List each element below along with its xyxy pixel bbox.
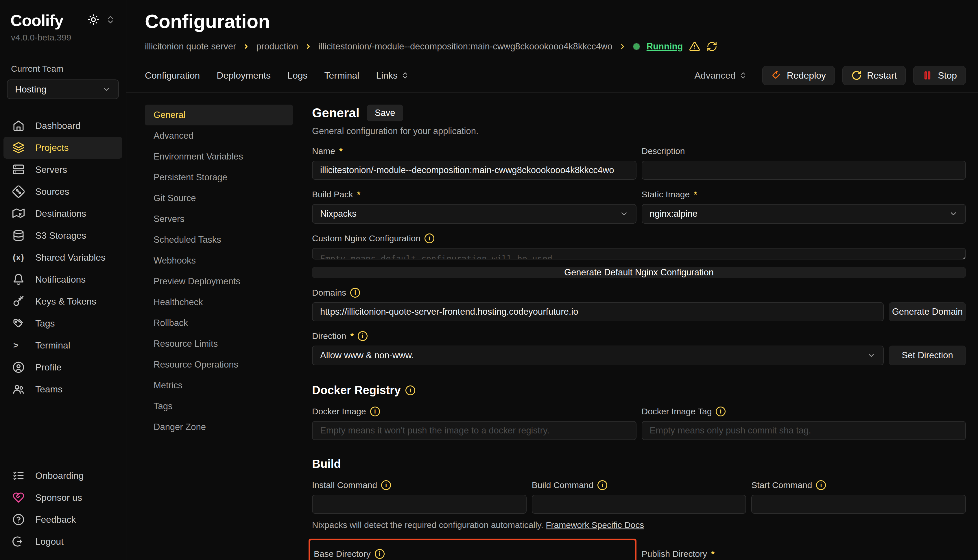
install-command-input[interactable] — [312, 495, 527, 514]
sidebar-item-sponsor-us[interactable]: Sponsor us — [3, 487, 122, 508]
tab-deployments[interactable]: Deployments — [217, 70, 271, 81]
info-icon[interactable] — [425, 233, 434, 243]
restart-button[interactable]: Restart — [843, 66, 906, 85]
section-nav-preview-deployments[interactable]: Preview Deployments — [145, 271, 293, 292]
sidebar-item-destinations[interactable]: Destinations — [3, 203, 122, 225]
generate-nginx-config-button[interactable]: Generate Default Nginx Configuration — [312, 267, 966, 278]
terminal-icon: >_ — [12, 340, 25, 350]
section-nav-environment-variables[interactable]: Environment Variables — [145, 146, 293, 167]
info-icon[interactable] — [716, 407, 726, 417]
sidebar-item-label: Teams — [35, 384, 62, 395]
info-icon[interactable] — [375, 549, 385, 559]
tab-logs[interactable]: Logs — [288, 70, 308, 81]
build-command-input[interactable] — [532, 495, 746, 514]
sidebar-nav: Dashboard Projects Servers Sources Desti… — [0, 115, 126, 400]
warning-icon[interactable] — [689, 41, 700, 52]
section-nav-servers[interactable]: Servers — [145, 208, 293, 230]
breadcrumb-resource[interactable]: illicitestonion/-module--decomposition:m… — [318, 41, 612, 52]
section-nav-persistent-storage[interactable]: Persistent Storage — [145, 167, 293, 188]
base-directory-label: Base Directory — [314, 549, 632, 559]
sidebar-item-keys-tokens[interactable]: Keys & Tokens — [3, 290, 122, 312]
info-icon[interactable] — [816, 480, 826, 490]
info-icon[interactable] — [370, 407, 380, 417]
advanced-dropdown[interactable]: Advanced — [695, 70, 747, 81]
publish-directory-label: Publish Directory* — [642, 549, 966, 559]
info-icon[interactable] — [381, 480, 391, 490]
sidebar-item-projects[interactable]: Projects — [3, 137, 122, 158]
sidebar-item-servers[interactable]: Servers — [3, 158, 122, 181]
chevron-right-icon — [242, 43, 250, 50]
set-direction-button[interactable]: Set Direction — [889, 346, 966, 365]
sidebar-item-teams[interactable]: Teams — [3, 378, 122, 400]
section-nav-general[interactable]: General — [145, 105, 293, 125]
save-button[interactable]: Save — [367, 105, 403, 122]
breadcrumb-project[interactable]: illicitonion quote server — [145, 41, 236, 52]
build-pack-select[interactable]: Nixpacks — [312, 204, 637, 223]
sidebar-item-tags[interactable]: Tags — [3, 312, 122, 334]
team-select[interactable]: Hosting — [7, 80, 119, 99]
status-dot — [633, 43, 640, 50]
sidebar-item-sources[interactable]: Sources — [3, 181, 122, 203]
section-nav-resource-limits[interactable]: Resource Limits — [145, 333, 293, 354]
sidebar-item-profile[interactable]: Profile — [3, 356, 122, 378]
section-nav-git-source[interactable]: Git Source — [145, 188, 293, 208]
section-nav-danger-zone[interactable]: Danger Zone — [145, 417, 293, 437]
domains-input[interactable] — [312, 302, 884, 321]
direction-select[interactable]: Allow www & non-www. — [312, 346, 884, 365]
info-icon[interactable] — [405, 385, 415, 395]
variables-icon: (x) — [12, 253, 25, 262]
restart-label: Restart — [867, 70, 897, 81]
info-icon[interactable] — [358, 331, 368, 341]
redeploy-button[interactable]: Redeploy — [762, 66, 835, 85]
build-pack-label: Build Pack* — [312, 190, 637, 199]
docker-image-tag-input[interactable] — [642, 421, 966, 440]
sidebar-item-notifications[interactable]: Notifications — [3, 268, 122, 290]
description-input[interactable] — [642, 161, 966, 180]
name-input[interactable] — [312, 161, 637, 180]
general-heading: General — [312, 106, 359, 120]
app-logo: Coolify — [10, 11, 64, 30]
custom-nginx-textarea[interactable] — [312, 248, 966, 260]
section-nav-scheduled-tasks[interactable]: Scheduled Tasks — [145, 230, 293, 250]
info-icon[interactable] — [597, 480, 607, 490]
required-marker: * — [357, 190, 361, 199]
sidebar-item-logout[interactable]: Logout — [3, 530, 122, 552]
build-heading: Build — [312, 457, 966, 470]
chevron-down-icon — [867, 351, 876, 360]
sidebar-item-s3-storages[interactable]: S3 Storages — [3, 225, 122, 247]
generate-domain-button[interactable]: Generate Domain — [889, 302, 966, 321]
tab-links[interactable]: Links — [376, 70, 409, 81]
refresh-icon[interactable] — [707, 41, 717, 52]
theme-toggle-sun-icon[interactable] — [88, 14, 99, 25]
tab-terminal[interactable]: Terminal — [324, 70, 359, 81]
static-image-label: Static Image* — [642, 190, 966, 199]
info-icon[interactable] — [350, 288, 360, 298]
framework-docs-link[interactable]: Framework Specific Docs — [546, 520, 644, 530]
chevron-right-icon — [304, 43, 312, 50]
section-nav-rollback[interactable]: Rollback — [145, 313, 293, 333]
sidebar-item-feedback[interactable]: Feedback — [3, 508, 122, 530]
sidebar-item-dashboard[interactable]: Dashboard — [3, 115, 122, 137]
section-nav-resource-operations[interactable]: Resource Operations — [145, 354, 293, 375]
breadcrumb-environment[interactable]: production — [256, 41, 298, 52]
section-nav-tags[interactable]: Tags — [145, 396, 293, 417]
description-label: Description — [642, 146, 966, 156]
section-nav-metrics[interactable]: Metrics — [145, 375, 293, 396]
sidebar-item-label: Sources — [35, 187, 69, 197]
breadcrumb: illicitonion quote server production ill… — [145, 41, 966, 52]
section-nav-advanced[interactable]: Advanced — [145, 125, 293, 146]
tab-configuration[interactable]: Configuration — [145, 70, 200, 81]
help-circle-icon — [12, 513, 25, 526]
sidebar-item-shared-variables[interactable]: (x) Shared Variables — [3, 247, 122, 268]
version-switcher-chevrons-icon[interactable] — [105, 15, 115, 25]
stop-button[interactable]: Stop — [913, 66, 966, 85]
section-nav-webhooks[interactable]: Webhooks — [145, 250, 293, 271]
start-command-input[interactable] — [751, 495, 966, 514]
sidebar-item-label: Logout — [35, 536, 64, 547]
sidebar-item-onboarding[interactable]: Onboarding — [3, 465, 122, 487]
status-badge[interactable]: Running — [647, 41, 683, 52]
static-image-select[interactable]: nginx:alpine — [642, 204, 966, 223]
docker-image-input[interactable] — [312, 421, 637, 440]
sidebar-item-terminal[interactable]: >_ Terminal — [3, 334, 122, 356]
section-nav-healthcheck[interactable]: Healthcheck — [145, 292, 293, 313]
